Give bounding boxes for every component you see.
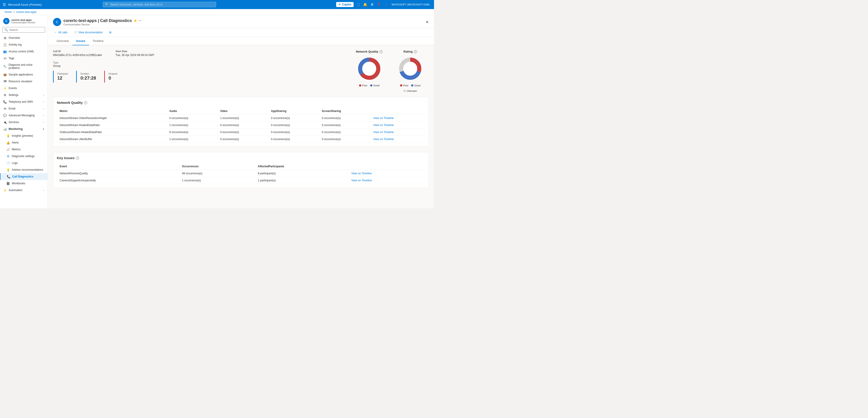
hamburger-icon[interactable]: ☰ xyxy=(3,2,6,7)
sample-apps-icon: 📦 xyxy=(3,73,7,77)
sidebar-item-label-metrics: Metrics xyxy=(12,148,21,151)
cell-link[interactable]: View on Timeline xyxy=(371,136,425,143)
sidebar-item-telephony[interactable]: 📞 Telephony and SMS › xyxy=(0,98,47,105)
key-issues-info-icon[interactable]: i xyxy=(76,156,79,159)
sidebar-item-sample-apps[interactable]: 📦 Sample applications xyxy=(0,71,47,78)
sidebar-item-resource-visualizer[interactable]: 🗺 Resource visualizer xyxy=(0,78,47,85)
bell-icon[interactable]: 🔔 xyxy=(363,2,367,7)
automation-icon: ⚡ xyxy=(3,188,7,192)
rating-legend-unknown: Unknown xyxy=(392,90,429,92)
star-icon[interactable]: ★ xyxy=(134,19,137,23)
cell-link[interactable]: View on Timeline xyxy=(371,129,425,136)
ki-cell-participants: 1 participant(s) xyxy=(255,177,349,184)
ki-col-actions xyxy=(349,163,425,170)
view-documentation-button[interactable]: 📄 View documentation xyxy=(72,30,104,35)
sidebar-item-logs[interactable]: 📄 Logs xyxy=(0,159,47,167)
network-quality-chart: Network Quality i xyxy=(355,50,383,92)
cell-video: 0 occurrence(s) xyxy=(217,136,268,143)
sidebar-item-overview[interactable]: ⊞ Overview xyxy=(0,34,47,41)
network-quality-section-title: Network Quality i xyxy=(57,101,425,104)
legend-poor: Poor xyxy=(359,84,367,87)
close-button[interactable]: ✕ xyxy=(426,20,429,24)
network-quality-table-info-icon[interactable]: i xyxy=(84,101,87,104)
sidebar-item-label-automation: Automation xyxy=(9,188,23,192)
sidebar-item-access-control[interactable]: 👥 Access control (IAM) xyxy=(0,48,47,55)
sidebar-item-alerts[interactable]: 🔔 Alerts xyxy=(0,139,47,146)
breadcrumb-home[interactable]: Home xyxy=(4,10,12,13)
rating-info-icon[interactable]: i xyxy=(414,50,417,53)
stat-dropped: Dropped 0 xyxy=(104,71,121,83)
sidebar-item-diagnose[interactable]: 🔧 Diagnose and solve problems xyxy=(0,62,47,71)
user-icon[interactable]: 👤 xyxy=(384,2,389,7)
sidebar-item-settings[interactable]: ⚙ Settings › xyxy=(0,92,47,98)
call-details-top: Call ID 9942dd6c-071c-4269-bf1d-cc22ff82… xyxy=(53,50,429,92)
sidebar-item-diagnostic-settings[interactable]: ⚙ Diagnostic settings xyxy=(0,153,47,159)
sidebar-item-automation[interactable]: ⚡ Automation › xyxy=(0,187,47,193)
start-date-value: Tue, 30 Apr 2024 09:39:24 GMT xyxy=(116,54,154,57)
view-on-timeline-link[interactable]: View on Timeline xyxy=(373,123,394,127)
network-quality-info-icon[interactable]: i xyxy=(379,50,382,53)
network-quality-donut-svg xyxy=(355,55,383,82)
rating-legend-poor-label: Poor xyxy=(403,84,408,87)
sidebar-item-activity-log[interactable]: 📋 Activity log xyxy=(0,41,47,48)
ki-cell-occurrences: 1 occurrence(s) xyxy=(179,177,255,184)
ki-cell-link[interactable]: View on Timeline xyxy=(349,177,425,184)
view-on-timeline-link[interactable]: View on Timeline xyxy=(373,130,394,134)
cell-link[interactable]: View on Timeline xyxy=(371,122,425,129)
sidebar-search-input[interactable] xyxy=(9,28,43,31)
tab-overview[interactable]: Overview xyxy=(53,37,72,45)
rating-legend-unknown-label: Unknown xyxy=(407,90,417,92)
more-icon[interactable]: ··· xyxy=(138,19,141,23)
sidebar-item-events[interactable]: ⚡ Events xyxy=(0,85,47,92)
sidebar-item-advanced-messaging[interactable]: 💬 Advanced Messaging › xyxy=(0,112,47,119)
help-icon[interactable]: ❓ xyxy=(377,2,381,7)
sidebar-item-label-sample-apps: Sample applications xyxy=(9,73,33,76)
sidebar-item-email[interactable]: ✉ Email › xyxy=(0,105,47,112)
stat-participant: Participant 12 xyxy=(53,71,71,83)
table-row: InboundStream-JitterBuffer 1 occurrence(… xyxy=(57,136,425,143)
cell-app: 0 occurrence(s) xyxy=(268,136,319,143)
cell-metric: InboundStream-VideoResolutionHeight xyxy=(57,115,167,122)
cell-screen: 0 occurrence(s) xyxy=(319,136,371,143)
sidebar-item-services[interactable]: 🔌 Services › xyxy=(0,119,47,126)
tab-timeline[interactable]: Timeline xyxy=(89,37,107,45)
cell-video: 0 occurrence(s) xyxy=(217,129,268,136)
topbar-right: ✦ Copilot ⬚ 🔔 ⚙ ❓ 👤 MICROSOFT (MICROSOFT… xyxy=(336,2,431,7)
copilot-button[interactable]: ✦ Copilot xyxy=(336,2,353,7)
back-icon: ← xyxy=(54,31,57,34)
breadcrumb-sep: > xyxy=(13,10,15,13)
cell-audio: 1 occurrence(s) xyxy=(167,136,217,143)
grid-view-button[interactable]: ⊞ xyxy=(108,30,113,35)
svg-point-6 xyxy=(403,62,417,76)
sidebar-item-tags[interactable]: 🏷 Tags xyxy=(0,55,47,62)
doc-label: View documentation xyxy=(79,31,103,34)
start-date-group: Start Date Tue, 30 Apr 2024 09:39:24 GMT xyxy=(116,50,154,57)
portal-icon[interactable]: ⬚ xyxy=(357,2,360,7)
breadcrumb-resource[interactable]: corertc-test-apps xyxy=(16,10,36,13)
sidebar-item-monitoring[interactable]: 📊 Monitoring ∨ xyxy=(0,126,47,132)
settings-icon[interactable]: ⚙ xyxy=(371,2,374,7)
cell-link[interactable]: View on Timeline xyxy=(371,115,425,122)
resource-visualizer-icon: 🗺 xyxy=(3,80,7,83)
ki-view-on-timeline-link[interactable]: View on Timeline xyxy=(351,172,372,175)
view-on-timeline-link[interactable]: View on Timeline xyxy=(373,138,394,141)
legend-poor-dot xyxy=(359,84,361,87)
sidebar-header: C corertc-test-apps Communication Servic… xyxy=(0,15,47,26)
col-metric: Metric xyxy=(57,108,167,115)
sidebar-item-metrics[interactable]: 📈 Metrics xyxy=(0,146,47,153)
back-all-calls-button[interactable]: ← All calls xyxy=(53,30,69,35)
sidebar-resource-name: corertc-test-apps xyxy=(11,19,35,21)
sidebar-item-insights[interactable]: 💡 Insights (preview) xyxy=(0,132,47,139)
topbar-search-box[interactable]: 🔍 Search resources, services, and docs (… xyxy=(103,2,216,7)
tab-issues[interactable]: Issues xyxy=(72,37,89,45)
type-section: Type Group xyxy=(53,61,355,67)
advanced-messaging-icon: 💬 xyxy=(3,114,7,117)
view-on-timeline-link[interactable]: View on Timeline xyxy=(373,117,394,120)
sidebar-item-call-diagnostics[interactable]: 📞 Call Diagnostics xyxy=(0,173,47,180)
sidebar-item-label-logs: Logs xyxy=(12,161,18,165)
rating-legend-good-label: Good xyxy=(414,84,421,87)
sidebar-item-advisor-recommendations[interactable]: 💡 Advisor recommendations xyxy=(0,167,47,173)
ki-cell-link[interactable]: View on Timeline xyxy=(349,170,425,177)
ki-view-on-timeline-link[interactable]: View on Timeline xyxy=(351,179,372,182)
sidebar-item-workbooks[interactable]: 📓 Workbooks xyxy=(0,180,47,187)
